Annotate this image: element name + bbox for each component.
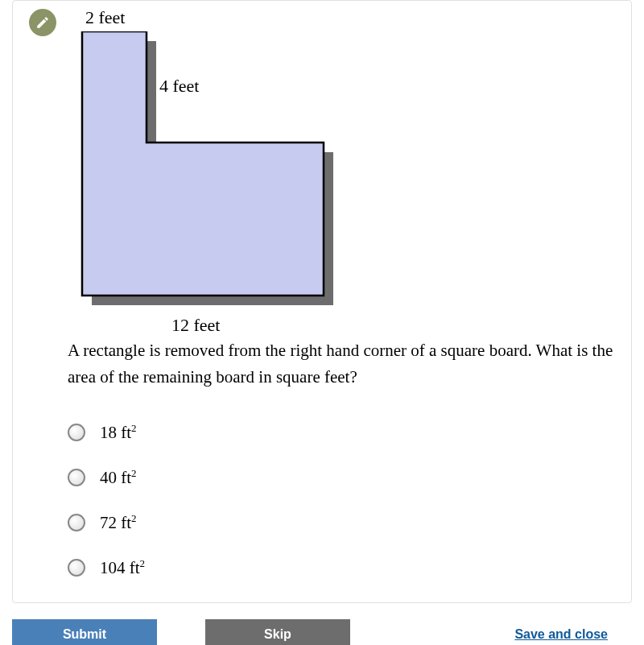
submit-button[interactable]: Submit xyxy=(12,619,157,645)
dimension-label-bottom: 12 feet xyxy=(171,315,220,336)
option-label: 72 ft2 xyxy=(100,512,137,533)
radio-icon xyxy=(68,559,85,577)
option-label: 40 ft2 xyxy=(100,467,137,488)
save-and-close-link[interactable]: Save and close xyxy=(514,627,608,642)
option-c[interactable]: 72 ft2 xyxy=(68,512,615,533)
footer-actions: Submit Skip Save and close xyxy=(0,619,644,645)
dimension-label-top: 2 feet xyxy=(85,7,125,28)
answer-options: 18 ft2 40 ft2 72 ft2 xyxy=(68,422,615,578)
skip-button[interactable]: Skip xyxy=(205,619,350,645)
l-shape-figure xyxy=(74,31,348,316)
diagram: 2 feet 4 feet 12 feet xyxy=(71,7,409,329)
option-b[interactable]: 40 ft2 xyxy=(68,467,615,488)
radio-icon xyxy=(68,424,85,441)
question-text: A rectangle is removed from the right ha… xyxy=(68,337,615,390)
option-label: 18 ft2 xyxy=(100,422,137,443)
radio-icon xyxy=(68,514,85,531)
option-d[interactable]: 104 ft2 xyxy=(68,557,615,578)
edit-icon[interactable] xyxy=(29,9,56,36)
question-card: 2 feet 4 feet 12 feet A rectangle is rem… xyxy=(12,0,632,603)
option-a[interactable]: 18 ft2 xyxy=(68,422,615,443)
radio-icon xyxy=(68,469,85,486)
option-label: 104 ft2 xyxy=(100,557,145,578)
